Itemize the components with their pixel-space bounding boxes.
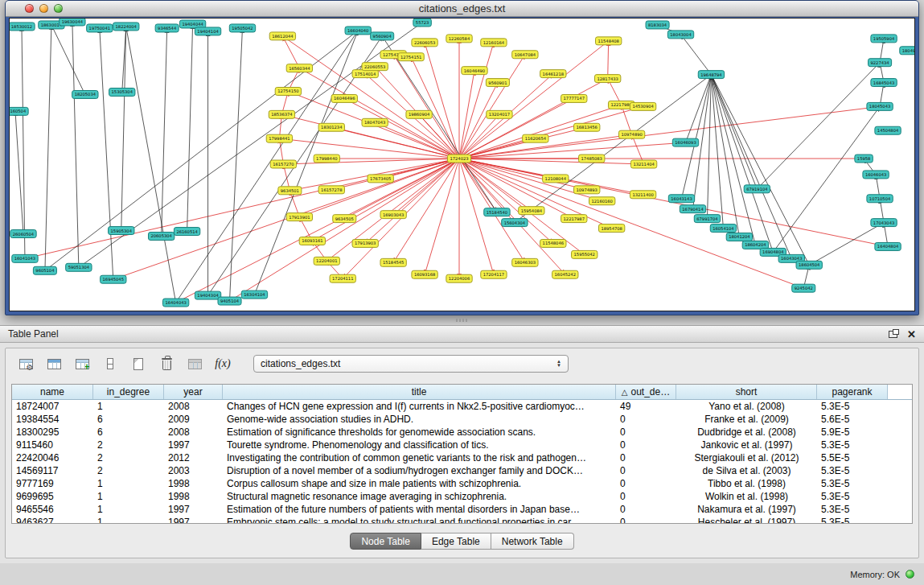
graph-node[interactable]: 19404104 bbox=[195, 27, 220, 35]
graph-node[interactable]: 67991704 bbox=[694, 215, 720, 223]
column-header-short[interactable]: short bbox=[676, 385, 817, 399]
graph-node[interactable]: 11548046 bbox=[540, 239, 566, 247]
graph-node[interactable]: 16093161 bbox=[299, 237, 325, 245]
graph-node[interactable]: 16045242 bbox=[552, 270, 578, 278]
table-row[interactable]: 969969511998Structural magnetic resonanc… bbox=[12, 490, 912, 503]
graph-node[interactable]: 17777147 bbox=[561, 94, 587, 102]
table-cell[interactable]: 1998 bbox=[164, 491, 223, 502]
table-cell[interactable]: 1998 bbox=[164, 478, 223, 489]
table-cell[interactable]: 19384554 bbox=[12, 414, 93, 425]
graph-node[interactable]: 13204017 bbox=[487, 110, 512, 118]
tab-edge-table[interactable]: Edge Table bbox=[421, 533, 491, 550]
show-columns-button[interactable] bbox=[43, 353, 64, 374]
graph-node[interactable]: 19630044 bbox=[60, 19, 85, 26]
graph-node[interactable]: 12260584 bbox=[446, 35, 472, 43]
table-cell[interactable]: Hescheler et al. (1997) bbox=[676, 517, 817, 524]
column-header-title[interactable]: title bbox=[223, 385, 616, 399]
graph-edge[interactable] bbox=[686, 75, 712, 143]
table-row[interactable]: 946554611997Estimation of the future num… bbox=[12, 503, 912, 516]
graph-node[interactable]: 12160164 bbox=[481, 39, 507, 47]
graph-node[interactable]: 16046043 bbox=[863, 171, 889, 179]
table-selector[interactable]: citations_edges.txt ▲ ▼ bbox=[253, 355, 569, 373]
table-cell[interactable]: 0 bbox=[616, 504, 676, 515]
graph-node[interactable]: 22060553 bbox=[362, 63, 388, 71]
graph-edge[interactable] bbox=[121, 27, 126, 231]
graph-node[interactable]: 55723 bbox=[413, 19, 431, 27]
function-builder-button[interactable]: f(x) bbox=[212, 353, 233, 374]
graph-node[interactable]: 16604040 bbox=[345, 27, 371, 35]
table-cell[interactable]: 2012 bbox=[164, 452, 223, 463]
graph-node[interactable]: 19505042 bbox=[229, 24, 255, 32]
table-cell[interactable]: 2008 bbox=[164, 426, 223, 438]
close-window-button[interactable] bbox=[25, 4, 34, 13]
table-cell[interactable]: 0 bbox=[616, 491, 676, 502]
table-cell[interactable]: 5.3E-5 bbox=[817, 491, 888, 502]
table-cell[interactable]: 9463627 bbox=[12, 517, 93, 524]
graph-node[interactable]: 18205034 bbox=[72, 91, 98, 99]
graph-node[interactable]: 17204111 bbox=[330, 274, 355, 282]
graph-node[interactable]: 16404043 bbox=[162, 299, 188, 307]
table-cell[interactable]: Embryonic stem cells: a model to study s… bbox=[223, 517, 616, 524]
column-header-out_de[interactable]: △out_de… bbox=[616, 385, 676, 399]
graph-node[interactable]: 15954084 bbox=[519, 207, 544, 215]
graph-node[interactable]: 11620654 bbox=[523, 134, 548, 142]
table-cell[interactable]: 1 bbox=[93, 517, 164, 524]
graph-edge[interactable] bbox=[282, 36, 459, 159]
graph-node[interactable]: 59051304 bbox=[66, 263, 92, 271]
graph-node[interactable]: 18045043 bbox=[867, 102, 893, 110]
graph-node[interactable]: 12817433 bbox=[595, 75, 621, 83]
graph-node[interactable]: 18604204 bbox=[742, 241, 768, 249]
graph-node[interactable]: 16093168 bbox=[412, 270, 437, 278]
graph-node[interactable]: 16560344 bbox=[286, 64, 312, 72]
table-cell[interactable]: Structural magnetic resonance image aver… bbox=[223, 491, 616, 502]
graph-node[interactable]: 10647084 bbox=[512, 51, 538, 59]
graph-node[interactable]: 16046496 bbox=[331, 94, 357, 102]
graph-node[interactable]: 9346544 bbox=[155, 24, 179, 32]
table-cell[interactable]: Estimation of the future numbers of pati… bbox=[223, 504, 616, 515]
graph-node[interactable]: 17998441 bbox=[266, 134, 292, 142]
graph-node[interactable]: 12217987 bbox=[561, 215, 587, 223]
graph-node[interactable]: 16945045 bbox=[101, 275, 126, 283]
table-cell[interactable]: Tibbo et al. (1998) bbox=[676, 478, 817, 489]
table-cell[interactable]: 9699695 bbox=[12, 491, 93, 502]
table-row[interactable]: 1830029562008Estimation of significance … bbox=[12, 426, 912, 439]
table-cell[interactable]: Yano et al. (2008) bbox=[676, 401, 817, 412]
graph-node[interactable]: 15955042 bbox=[572, 250, 598, 258]
graph-node[interactable]: 12204006 bbox=[446, 274, 472, 282]
graph-node[interactable]: 9634501 bbox=[278, 187, 302, 195]
table-cell[interactable]: Wolkin et al. (1998) bbox=[676, 491, 817, 502]
graph-edge[interactable] bbox=[312, 159, 459, 241]
graph-edge[interactable] bbox=[707, 75, 711, 219]
graph-node[interactable]: 8183034 bbox=[646, 21, 669, 29]
table-cell[interactable]: 5.9E-5 bbox=[817, 426, 888, 438]
graph-edge[interactable] bbox=[757, 63, 880, 189]
graph-node[interactable]: 18604504 bbox=[796, 261, 822, 269]
graph-node[interactable]: 16813456 bbox=[574, 123, 600, 131]
table-cell[interactable]: 9777169 bbox=[12, 478, 93, 489]
graph-node[interactable]: 16404804 bbox=[875, 242, 901, 250]
column-header-name[interactable]: name bbox=[12, 385, 93, 399]
table-cell[interactable]: 5.5E-5 bbox=[817, 452, 888, 463]
graph-node[interactable]: 18041204 bbox=[726, 233, 752, 241]
graph-node[interactable]: 13211400 bbox=[630, 191, 655, 199]
table-cell[interactable]: Franke et al. (2009) bbox=[676, 414, 817, 425]
table-cell[interactable]: de Silva et al. (2003) bbox=[676, 465, 817, 476]
graph-node[interactable]: 19750041 bbox=[87, 24, 113, 32]
table-cell[interactable]: 0 bbox=[616, 517, 676, 524]
graph-edge[interactable] bbox=[15, 111, 23, 233]
table-cell[interactable]: Dudbridge et al. (2008) bbox=[676, 426, 817, 438]
table-row[interactable]: 1872400712008Changes of HCN gene express… bbox=[12, 400, 912, 413]
graph-edge[interactable] bbox=[459, 159, 553, 243]
import-table-button[interactable] bbox=[184, 353, 205, 374]
create-column-button[interactable] bbox=[128, 353, 149, 374]
graph-node[interactable]: 16903043 bbox=[380, 211, 406, 219]
delete-column-button[interactable] bbox=[156, 353, 177, 374]
graph-node[interactable]: 1724023 bbox=[447, 154, 470, 163]
graph-node[interactable]: 17913903 bbox=[352, 239, 378, 247]
graph-node[interactable]: 22606053 bbox=[412, 39, 437, 47]
network-graph[interactable]: 1724023122605842260605312754152175140141… bbox=[10, 19, 914, 311]
graph-node[interactable]: 17204117 bbox=[481, 270, 507, 278]
column-header-in_degree[interactable]: in_degree bbox=[93, 385, 164, 399]
table-cell[interactable]: 0 bbox=[616, 414, 676, 425]
table-row[interactable]: 1938455462009Genome-wide association stu… bbox=[12, 413, 912, 426]
